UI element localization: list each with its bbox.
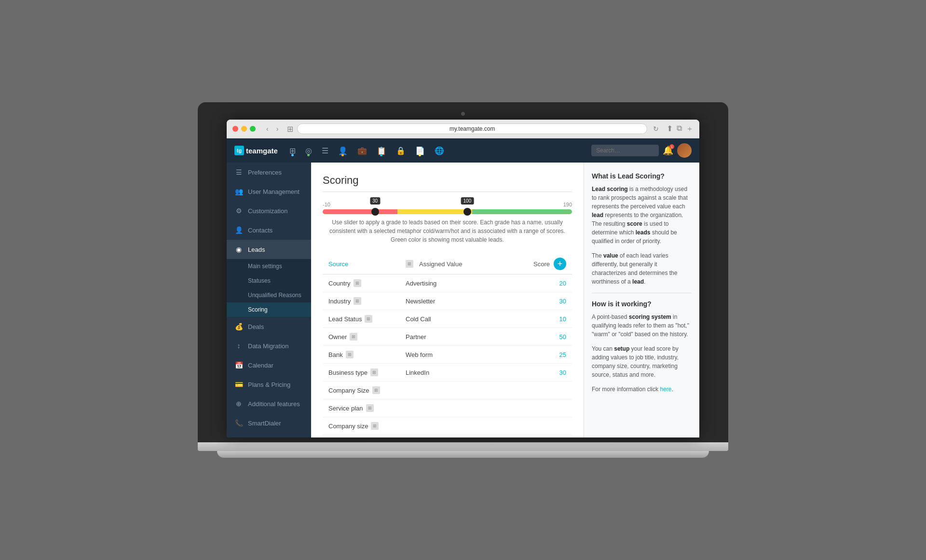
- row-source-text: Service plan: [328, 405, 363, 412]
- slider-thumb-2[interactable]: 100: [463, 208, 471, 216]
- search-input[interactable]: [591, 145, 659, 156]
- minimize-button[interactable]: [241, 126, 247, 132]
- row-source-icon[interactable]: ⊞: [372, 386, 380, 394]
- close-button[interactable]: [232, 126, 238, 132]
- camera: [461, 112, 465, 116]
- table-row: Interested in Type of Services⊞: [323, 435, 572, 437]
- list-icon: ☰: [322, 146, 328, 155]
- row-source-icon[interactable]: ⊞: [354, 297, 361, 305]
- add-tab-icon[interactable]: ＋: [686, 124, 694, 134]
- row-source-icon[interactable]: ⊞: [365, 315, 372, 323]
- table-row: Company Size⊞: [323, 382, 572, 399]
- dot: [419, 154, 421, 156]
- row-source-icon[interactable]: ⊞: [346, 351, 354, 358]
- slider-track[interactable]: 30 100: [323, 209, 572, 214]
- sidebar-item-preferences[interactable]: ☰ Preferences: [227, 163, 311, 182]
- user-management-label: User Management: [248, 188, 300, 195]
- nav-icon-contacts[interactable]: 👤: [334, 144, 352, 157]
- nav-icon-list[interactable]: ☰: [318, 144, 332, 157]
- data-migration-icon: ↕: [234, 341, 243, 350]
- traffic-lights: [232, 126, 256, 132]
- add-row-button[interactable]: +: [554, 258, 566, 270]
- sidebar-item-additional-features[interactable]: ⊕ Additional features: [227, 394, 311, 413]
- row-source: Industry⊞: [328, 297, 406, 305]
- content-area: Scoring -10 190 30: [311, 163, 699, 437]
- sidebar-item-calendar[interactable]: 📅 Calendar: [227, 355, 311, 375]
- user-management-icon: 👥: [234, 187, 243, 196]
- app-container: tg teamgate ⊞ ◎ ☰: [227, 138, 699, 437]
- row-source-icon[interactable]: ⊞: [354, 279, 361, 287]
- dot: [341, 154, 344, 156]
- nav-icon-security[interactable]: 🔒: [392, 144, 409, 157]
- main-settings-label: Main settings: [248, 263, 282, 270]
- avatar[interactable]: [677, 143, 692, 158]
- forward-button[interactable]: ›: [273, 124, 282, 134]
- row-source-icon[interactable]: ⊞: [350, 333, 357, 341]
- nav-icon-tasks[interactable]: 📋: [373, 144, 390, 157]
- back-button[interactable]: ‹: [263, 124, 272, 134]
- help-body-1: Lead scoring is a methodology used to ra…: [592, 185, 692, 246]
- smartdialer-label: SmartDialer: [248, 420, 281, 427]
- row-score: 25: [528, 351, 566, 358]
- table-row: Business type⊞LinkedIn30: [323, 364, 572, 382]
- logo: tg teamgate: [234, 146, 278, 155]
- slider-max-label: 190: [563, 202, 572, 207]
- sidebar-item-plans-pricing[interactable]: 💳 Plans & Pricing: [227, 375, 311, 394]
- sidebar-subitem-unqualified-reasons[interactable]: Unqualified Reasons: [227, 288, 311, 302]
- row-source-text: Lead Status: [328, 315, 362, 323]
- contacts-nav-icon: 👤: [234, 226, 243, 234]
- help-title-2: How is it working?: [592, 300, 692, 308]
- nav-icon-targets[interactable]: ◎: [301, 144, 316, 157]
- row-source: Service plan⊞: [328, 404, 406, 412]
- statuses-label: Statuses: [248, 277, 271, 284]
- nav-right: 🔔 1: [663, 143, 692, 158]
- sidebar-item-user-management[interactable]: 👥 User Management: [227, 182, 311, 201]
- row-source-icon[interactable]: ⊞: [371, 422, 379, 430]
- dot: [291, 154, 294, 156]
- maximize-button[interactable]: [250, 126, 256, 132]
- sidebar-subitem-statuses[interactable]: Statuses: [227, 273, 311, 288]
- nav-icon-dashboard[interactable]: ⊞: [286, 144, 300, 157]
- nav-icon-deals[interactable]: 💼: [354, 144, 371, 157]
- table-row: Country⊞Advertising20: [323, 274, 572, 292]
- row-score: 10: [528, 315, 566, 323]
- source-filter-icon[interactable]: ⊞: [406, 260, 413, 268]
- sidebar-item-leads[interactable]: ◉ Leads: [227, 240, 311, 259]
- dot: [307, 154, 310, 156]
- row-source-icon[interactable]: ⊞: [366, 404, 374, 412]
- contacts-label: Contacts: [248, 227, 272, 234]
- additional-features-icon: ⊕: [234, 399, 243, 408]
- table-rows: Country⊞Advertising20Industry⊞Newsletter…: [323, 274, 572, 437]
- row-score: 20: [528, 280, 566, 287]
- row-score: 30: [528, 369, 566, 376]
- plans-pricing-label: Plans & Pricing: [248, 381, 290, 388]
- table-row: Company size⊞: [323, 417, 572, 435]
- sidebar-item-data-migration[interactable]: ↕ Data Migration: [227, 336, 311, 355]
- share-icon[interactable]: ⬆: [667, 124, 673, 134]
- row-source-text: Owner: [328, 333, 347, 341]
- notifications-button[interactable]: 🔔 1: [663, 145, 673, 156]
- new-tab-icon[interactable]: ⧉: [677, 124, 682, 134]
- row-source-text: Industry: [328, 298, 351, 305]
- refresh-icon[interactable]: ↻: [653, 125, 659, 133]
- unqualified-reasons-label: Unqualified Reasons: [248, 292, 301, 299]
- sidebar-item-customization[interactable]: ⚙ Customization: [227, 201, 311, 220]
- row-assigned: Advertising: [406, 280, 528, 287]
- row-score: 50: [528, 333, 566, 341]
- url-bar[interactable]: my.teamgate.com: [297, 123, 647, 134]
- help-link[interactable]: here: [660, 386, 671, 393]
- nav-icon-docs[interactable]: 📄: [411, 144, 429, 157]
- sidebar-item-deals[interactable]: 💰 Deals: [227, 317, 311, 336]
- row-score: 30: [528, 298, 566, 305]
- sidebar-subitem-scoring[interactable]: Scoring: [227, 302, 311, 317]
- slider-thumb-1[interactable]: 30: [371, 208, 379, 216]
- col-score-header: Score: [511, 260, 550, 268]
- sidebar-item-contacts[interactable]: 👤 Contacts: [227, 220, 311, 240]
- sidebar-item-smartdialer[interactable]: 📞 SmartDialer: [227, 413, 311, 433]
- table-row: Lead Status⊞Cold Call10: [323, 310, 572, 328]
- row-source-text: Bank: [328, 351, 343, 358]
- sidebar-subitem-main-settings[interactable]: Main settings: [227, 259, 311, 273]
- nav-icon-globe[interactable]: 🌐: [431, 144, 448, 157]
- row-source-icon[interactable]: ⊞: [370, 369, 378, 376]
- help-body-3: A point-based scoring system in qualifyi…: [592, 313, 692, 339]
